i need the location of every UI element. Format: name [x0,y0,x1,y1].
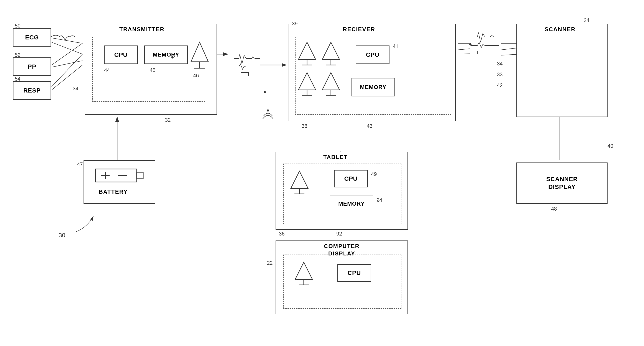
transmitter-antenna-ref: 46 [193,73,199,79]
svg-line-3 [52,61,82,67]
tablet-outer-ref: 36 [279,231,285,237]
svg-rect-23 [137,172,143,179]
svg-point-45 [264,91,266,93]
svg-marker-27 [298,42,316,60]
svg-marker-33 [298,73,316,90]
battery-label: BATTERY [99,188,128,195]
transmitter-memory-ref: 45 [150,67,156,73]
transmitter-antenna-svg [189,40,210,70]
battery-ref: 47 [77,162,83,168]
scanner-ref: 34 [584,17,590,23]
receiver-label: RECIEVER [343,26,375,33]
scanner-ref42: 42 [497,82,503,88]
scanner-ref33: 33 [497,71,503,78]
receiver-antenna1-svg [297,40,317,66]
tablet-memory-ref: 94 [376,197,382,203]
receiver-ref1: 38 [302,123,308,129]
scanner-label: SCANNER [544,26,576,33]
computer-display-antenna-svg [294,260,314,286]
pp-box: PP [13,57,51,76]
transmitter-memory-box: MEMORY [144,45,188,64]
tablet-label: TABLET [323,154,348,161]
svg-line-16 [458,49,470,50]
receiver-cpu-ref: 41 [393,43,398,49]
svg-marker-36 [322,73,340,90]
wireless-dot-svg [262,89,268,95]
receiver-memory-box: MEMORY [352,78,395,96]
computer-display-ref: 22 [267,260,273,266]
svg-point-47 [172,56,174,58]
ref-30: 30 [58,232,65,239]
tablet-memory-box: MEMORY [330,195,373,212]
svg-line-0 [52,38,82,43]
resp-ref: 54 [15,76,20,82]
computer-display-cpu-box: CPU [338,264,371,282]
transmitter-cpu-box: CPU [104,45,138,64]
scanner-display-ref: 48 [551,206,557,212]
scanner-display-box: SCANNER DISPLAY [516,163,608,204]
tablet-cpu-ref: 49 [371,171,377,177]
ecg-ref: 50 [15,23,20,29]
transmitter-outer-ref: 32 [165,117,171,123]
receiver-antenna4-svg [321,70,341,96]
pp-ref: 52 [15,52,20,58]
svg-marker-30 [322,42,340,60]
battery-symbol-svg [93,165,146,186]
transmitter-dot-svg [170,55,175,60]
svg-point-46 [267,109,269,112]
ref-34-sensor: 34 [73,86,78,92]
svg-line-2 [52,43,82,65]
svg-line-17 [458,54,470,54]
resp-box: RESP [13,81,51,100]
scanner-ref34: 34 [497,61,503,67]
svg-line-1 [52,42,82,54]
diagram: ECG 50 PP 52 RESP 54 34 TRANSMITTER CPU … [0,0,644,346]
ref-40: 40 [608,143,614,149]
tablet-antenna-svg [290,169,309,195]
scanner-connect-dot-svg [468,42,472,47]
receiver-ref2: 43 [367,123,372,129]
svg-marker-19 [191,42,208,62]
transmitter-label: TRANSMITTER [119,26,164,33]
receiver-antenna3-svg [297,70,317,96]
svg-line-4 [52,54,82,87]
svg-marker-39 [291,171,308,188]
tablet-cpu-box: CPU [334,170,368,187]
scanner-outer-box [516,24,608,117]
receiver-antenna2-svg [321,40,341,66]
svg-point-48 [469,43,472,45]
receiver-cpu-box: CPU [356,45,390,64]
wireless-dot2-svg [262,108,274,121]
svg-marker-42 [295,262,312,280]
transmitter-cpu-ref: 44 [104,67,110,73]
ecg-box: ECG [13,28,51,47]
receiver-outer-ref: 39 [292,20,298,27]
tablet-inner-ref: 92 [336,231,342,237]
